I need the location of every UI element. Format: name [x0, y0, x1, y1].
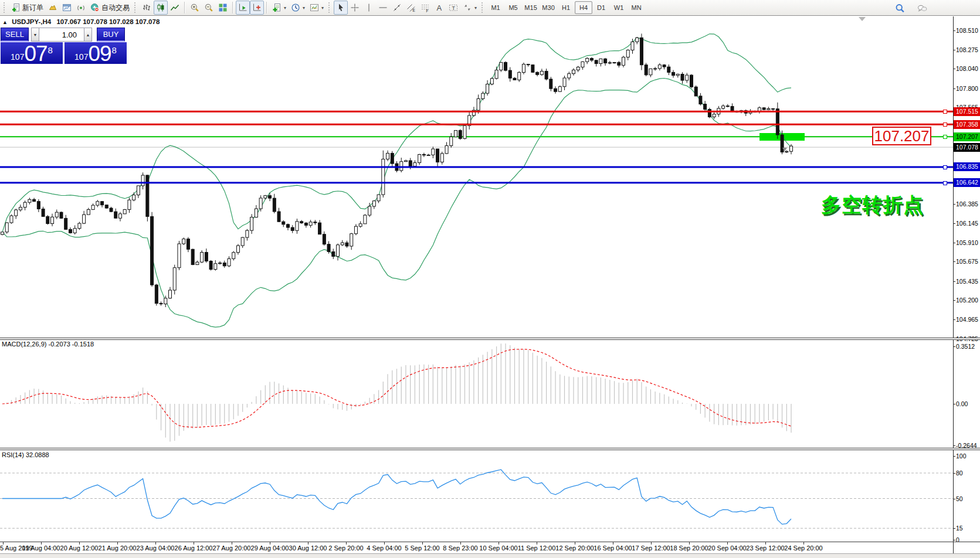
toolbar-button-search[interactable] [893, 1, 907, 15]
rsi-axis-tick-label: 15 [956, 525, 980, 532]
toolbar-button-crosshair[interactable] [348, 1, 362, 15]
time-axis-label: 16 Sep 04:00 [594, 545, 632, 552]
timeframe-H4[interactable]: H4 [575, 1, 592, 14]
time-axis-label: 17 Sep 12:00 [632, 545, 670, 552]
toolbar-button-bar-chart-mode[interactable] [140, 1, 154, 15]
svg-text:A: A [437, 4, 442, 12]
toolbar-button-zoom-in[interactable] [188, 1, 202, 15]
timeframe-H1[interactable]: H1 [557, 1, 575, 14]
toolbar-button-line-chart-mode[interactable] [168, 1, 182, 15]
line-handle[interactable] [943, 165, 947, 169]
price-tag-106.642: 106.642 [954, 178, 980, 187]
time-axis-label: 23 Aug 04:00 [137, 545, 175, 552]
toolbar-button-chart-shift[interactable] [250, 1, 264, 15]
time-axis-label: 27 Aug 20:00 [213, 545, 251, 552]
symbol-info-bar: ▲ USDJPY-,H4 107.067 107.078 107.028 107… [2, 18, 160, 25]
price-axis-tick [953, 69, 955, 69]
indicators-list-icon [272, 3, 282, 12]
highlight-rectangle-object[interactable] [759, 133, 805, 141]
toolbar-button-new-order[interactable]: 新订单 [9, 1, 46, 15]
toolbar-button-templates[interactable]: ▾ [307, 1, 326, 15]
timeframe-MN[interactable]: MN [628, 1, 645, 14]
volume-input[interactable] [39, 28, 84, 42]
volume-decrease-button[interactable]: ▼ [31, 28, 39, 42]
trendline-icon [392, 3, 402, 12]
macd-axis-tick [953, 445, 955, 446]
one-click-panel-toggle[interactable]: ▲ [2, 19, 8, 25]
rsi-pane-separator[interactable] [0, 448, 980, 450]
toolbar-button-indicators-list[interactable]: ▾ [270, 1, 289, 15]
timeframe-D1[interactable]: D1 [592, 1, 610, 14]
time-axis-label: 26 Aug 12:00 [175, 545, 213, 552]
auto-scroll-icon [238, 3, 247, 12]
timeframe-M30[interactable]: M30 [540, 1, 557, 14]
vertical-line-icon [364, 3, 374, 12]
line-handle[interactable] [943, 123, 947, 127]
new-chart-icon [62, 3, 72, 12]
toolbar-button-candlestick-mode[interactable] [154, 1, 168, 15]
sell-button[interactable]: SELL [1, 28, 29, 42]
price-axis-tick-label: 105.435 [956, 278, 980, 285]
toolbar-button-equidistant-channel[interactable]: E [404, 1, 418, 15]
macd-axis-tick [953, 404, 955, 404]
line-handle[interactable] [943, 110, 947, 114]
tile-windows-icon [218, 3, 228, 12]
toolbar-button-horizontal-line[interactable] [376, 1, 390, 15]
auto-trading-icon [90, 3, 100, 12]
candlestick-series [1, 33, 793, 307]
timeframe-M15[interactable]: M15 [522, 1, 540, 14]
toolbar-grip [134, 2, 137, 13]
dropdown-caret-icon[interactable]: ▾ [303, 5, 305, 11]
toolbar-button-fibonacci-retracement[interactable]: F [418, 1, 432, 15]
buy-button[interactable]: BUY [97, 28, 125, 42]
sell-price-display[interactable]: 107 07 8 [1, 42, 63, 64]
price-axis-tick-label: 104.965 [956, 316, 980, 323]
toolbar-button-vertical-line[interactable] [362, 1, 376, 15]
price-axis-tick-label: 105.910 [956, 239, 980, 246]
toolbar-button-tile-windows[interactable] [216, 1, 230, 15]
toolbar-button-cursor[interactable] [334, 1, 348, 15]
dropdown-caret-icon[interactable]: ▾ [474, 5, 477, 11]
toolbar-button-arrow-objects[interactable]: ▾ [460, 1, 479, 15]
toolbar-button-auto-trading[interactable]: 自动交易 [88, 1, 132, 15]
chart-annotation-text[interactable]: 多空转折点 [821, 192, 924, 219]
toolbar-button-trendline[interactable] [390, 1, 404, 15]
timeframe-W1[interactable]: W1 [610, 1, 628, 14]
search-icon [895, 4, 905, 13]
sell-arrow-icon[interactable] [782, 148, 787, 151]
cursor-icon [336, 3, 345, 12]
toolbar-grip [4, 2, 6, 13]
dropdown-caret-icon[interactable]: ▾ [321, 5, 324, 11]
price-tag-107.078: 107.078 [954, 143, 980, 152]
price-axis-tick-label: 107.800 [956, 85, 980, 92]
toolbar-button-text[interactable]: A [432, 1, 446, 15]
chart-shift-marker-icon [859, 17, 866, 21]
toolbar-button-zoom-out[interactable] [202, 1, 216, 15]
time-axis-border [0, 542, 980, 542]
toolbar-button-market-watch[interactable] [46, 1, 60, 15]
toolbar-button-new-chart[interactable] [60, 1, 74, 15]
zoom-in-icon [190, 3, 199, 12]
volume-increase-button[interactable]: ▲ [84, 28, 92, 42]
line-handle[interactable] [943, 135, 947, 139]
rsi-axis-tick [953, 499, 955, 499]
macd-pane-separator[interactable] [0, 338, 980, 340]
toolbar-button-chat[interactable] [915, 1, 930, 15]
toolbar-button-signals[interactable] [74, 1, 88, 15]
timeframe-M5[interactable]: M5 [504, 1, 522, 14]
bollinger-bands [2, 34, 791, 327]
line-handle[interactable] [943, 181, 947, 185]
dropdown-caret-icon[interactable]: ▾ [284, 5, 286, 11]
toolbar-group: ▾▾▾ [270, 1, 326, 15]
time-axis-label: 23 Sep 12:00 [746, 545, 784, 552]
toolbar-button-periods[interactable]: ▾ [289, 1, 307, 15]
timeframe-group: M1M5M15M30H1H4D1W1MN [487, 1, 645, 15]
window-bottom-strip [0, 553, 980, 558]
price-label-box[interactable]: 107.207 [872, 127, 931, 145]
timeframe-M1[interactable]: M1 [487, 1, 504, 14]
buy-price-display[interactable]: 107 09 8 [65, 42, 127, 64]
toolbar-button-auto-scroll[interactable] [236, 1, 250, 15]
toolbar-button-label: 新订单 [22, 3, 43, 13]
toolbar-button-text-label[interactable]: T [446, 1, 460, 15]
signals-icon [76, 3, 86, 12]
